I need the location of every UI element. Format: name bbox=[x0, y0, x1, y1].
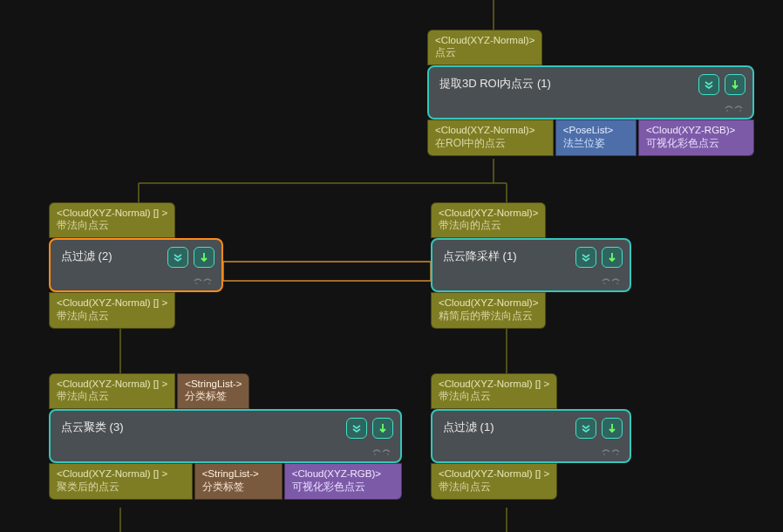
input-port-string-list[interactable]: <StringList-> 分类标签 bbox=[177, 373, 249, 409]
node-point-filter-1[interactable]: <Cloud(XYZ-Normal) [] > 带法向点云 点过滤 (1) <C… bbox=[431, 373, 631, 500]
run-button[interactable] bbox=[372, 418, 393, 439]
run-button[interactable] bbox=[725, 74, 746, 95]
output-port-string-list[interactable]: <StringList-> 分类标签 bbox=[194, 463, 283, 499]
chevron-double-down-icon bbox=[351, 422, 363, 434]
sleep-icon bbox=[194, 273, 213, 285]
arrow-down-icon bbox=[377, 422, 389, 434]
node-title: 提取3D ROI内点云 (1) bbox=[439, 76, 700, 92]
sleep-icon bbox=[372, 444, 392, 456]
arrow-down-icon bbox=[198, 251, 210, 263]
port-label: 分类标签 bbox=[202, 481, 275, 494]
run-button[interactable] bbox=[602, 247, 623, 268]
output-port-cloud-xyz-normal[interactable]: <Cloud(XYZ-Normal)> 在ROI中的点云 bbox=[427, 119, 554, 155]
port-type-label: <StringList-> bbox=[202, 467, 275, 480]
port-type-label: <Cloud(XYZ-Normal) [] > bbox=[57, 297, 167, 309]
node-title: 点云降采样 (1) bbox=[443, 249, 577, 264]
node-cluster[interactable]: <Cloud(XYZ-Normal) [] > 带法向点云 <StringLis… bbox=[49, 373, 402, 500]
expand-button[interactable] bbox=[575, 247, 596, 268]
port-type-label: <Cloud(XYZ-RGB)> bbox=[292, 467, 394, 480]
port-label: 可视化彩色点云 bbox=[646, 137, 746, 150]
node-body[interactable]: 提取3D ROI内点云 (1) bbox=[427, 65, 754, 119]
node-body[interactable]: 点过滤 (1) bbox=[431, 409, 631, 463]
input-port-cloud-xyz-normal-list[interactable]: <Cloud(XYZ-Normal) [] > 带法向点云 bbox=[49, 373, 175, 409]
node-title: 点过滤 (2) bbox=[61, 249, 169, 264]
port-type-label: <Cloud(XYZ-Normal)> bbox=[439, 297, 538, 309]
node-downsample[interactable]: <Cloud(XYZ-Normal)> 带法向的点云 点云降采样 (1) <Cl… bbox=[431, 202, 631, 329]
port-type-label: <Cloud(XYZ-RGB)> bbox=[646, 124, 746, 136]
port-type-label: <Cloud(XYZ-Normal) [] > bbox=[439, 378, 549, 390]
expand-button[interactable] bbox=[698, 74, 719, 95]
expand-button[interactable] bbox=[167, 247, 188, 268]
expand-button[interactable] bbox=[575, 418, 596, 439]
output-port-pose-list[interactable]: <PoseList> 法兰位姿 bbox=[555, 119, 637, 155]
node-title: 点云聚类 (3) bbox=[61, 419, 348, 435]
port-type-label: <Cloud(XYZ-Normal) [] > bbox=[57, 207, 167, 219]
port-label: 点云 bbox=[435, 46, 534, 59]
node-body[interactable]: 点云聚类 (3) bbox=[49, 409, 402, 463]
output-port-cloud-xyz-rgb[interactable]: <Cloud(XYZ-RGB)> 可视化彩色点云 bbox=[638, 119, 754, 155]
port-type-label: <Cloud(XYZ-Normal) [] > bbox=[57, 378, 167, 390]
port-label: 带法向点云 bbox=[57, 219, 167, 232]
chevron-double-down-icon bbox=[703, 78, 715, 91]
output-port-cloud-xyz-normal-list[interactable]: <Cloud(XYZ-Normal) [] > 带法向点云 bbox=[431, 463, 557, 499]
output-port-cloud-xyz-rgb[interactable]: <Cloud(XYZ-RGB)> 可视化彩色点云 bbox=[284, 463, 402, 499]
port-label: 带法向点云 bbox=[439, 390, 549, 403]
arrow-down-icon bbox=[729, 78, 741, 91]
node-point-filter-2[interactable]: <Cloud(XYZ-Normal) [] > 带法向点云 点过滤 (2) <C… bbox=[49, 202, 223, 329]
port-label: 法兰位姿 bbox=[563, 137, 629, 150]
chevron-double-down-icon bbox=[580, 251, 592, 263]
node-title: 点过滤 (1) bbox=[443, 419, 577, 435]
chevron-double-down-icon bbox=[172, 251, 184, 263]
port-label: 可视化彩色点云 bbox=[292, 481, 394, 494]
output-port-cloud-xyz-normal-list[interactable]: <Cloud(XYZ-Normal) [] > 带法向点云 bbox=[49, 292, 175, 328]
port-type-label: <StringList-> bbox=[185, 378, 242, 390]
node-body[interactable]: 点过滤 (2) bbox=[49, 238, 223, 292]
port-label: 带法向点云 bbox=[57, 390, 167, 403]
port-type-label: <Cloud(XYZ-Normal) [] > bbox=[439, 467, 549, 480]
port-label: 精简后的带法向点云 bbox=[439, 310, 538, 323]
arrow-down-icon bbox=[606, 422, 618, 434]
port-label: 带法向点云 bbox=[57, 310, 167, 323]
sleep-icon bbox=[602, 444, 621, 456]
run-button[interactable] bbox=[194, 247, 214, 268]
output-port-cloud-xyz-normal-list[interactable]: <Cloud(XYZ-Normal) [] > 聚类后的点云 bbox=[49, 463, 193, 499]
port-type-label: <PoseList> bbox=[563, 124, 629, 136]
input-port-cloud-xyz-normal[interactable]: <Cloud(XYZ-Normal)> 点云 bbox=[427, 30, 542, 65]
expand-button[interactable] bbox=[346, 418, 367, 439]
run-button[interactable] bbox=[602, 418, 623, 439]
port-type-label: <Cloud(XYZ-Normal)> bbox=[435, 34, 534, 46]
sleep-icon bbox=[602, 273, 621, 285]
input-port-cloud-xyz-normal[interactable]: <Cloud(XYZ-Normal)> 带法向的点云 bbox=[431, 202, 546, 238]
port-label: 聚类后的点云 bbox=[57, 481, 185, 494]
port-type-label: <Cloud(XYZ-Normal)> bbox=[435, 124, 546, 136]
port-label: 带法向点云 bbox=[439, 481, 549, 494]
node-body[interactable]: 点云降采样 (1) bbox=[431, 238, 631, 292]
port-label: 带法向的点云 bbox=[439, 219, 538, 232]
port-label: 分类标签 bbox=[185, 390, 242, 403]
input-port-cloud-xyz-normal-list[interactable]: <Cloud(XYZ-Normal) [] > 带法向点云 bbox=[49, 202, 175, 238]
output-port-cloud-xyz-normal[interactable]: <Cloud(XYZ-Normal)> 精简后的带法向点云 bbox=[431, 292, 546, 328]
chevron-double-down-icon bbox=[580, 422, 592, 434]
sleep-icon bbox=[725, 100, 744, 113]
graph-canvas[interactable]: <Cloud(XYZ-Normal)> 点云 提取3D ROI内点云 (1) <… bbox=[0, 0, 783, 532]
arrow-down-icon bbox=[606, 251, 618, 263]
port-type-label: <Cloud(XYZ-Normal)> bbox=[439, 207, 538, 219]
node-extract-3d-roi[interactable]: <Cloud(XYZ-Normal)> 点云 提取3D ROI内点云 (1) <… bbox=[427, 30, 754, 156]
input-port-cloud-xyz-normal-list[interactable]: <Cloud(XYZ-Normal) [] > 带法向点云 bbox=[431, 373, 557, 409]
port-label: 在ROI中的点云 bbox=[435, 137, 546, 150]
port-type-label: <Cloud(XYZ-Normal) [] > bbox=[57, 467, 185, 480]
